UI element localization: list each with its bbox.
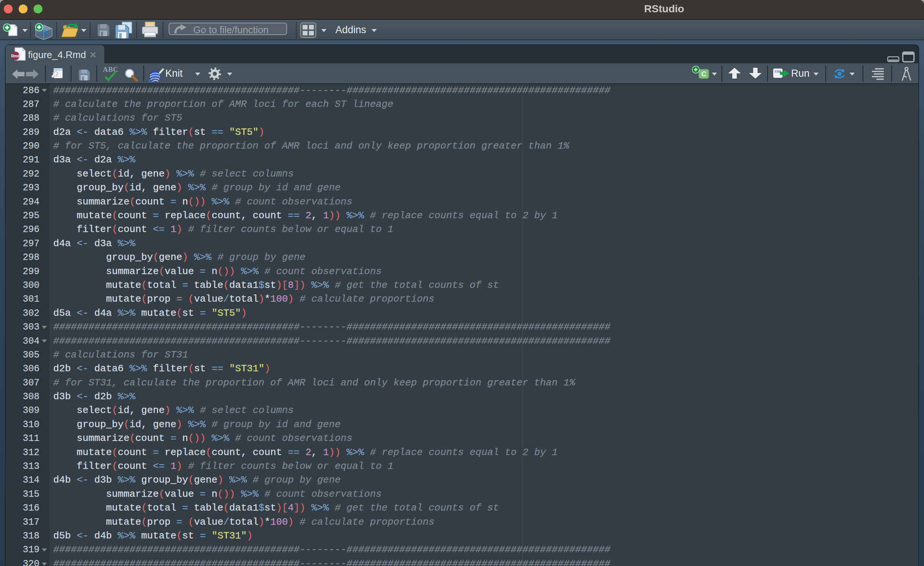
svg-text:C: C [701,70,706,78]
svg-text:Rmd: Rmd [11,54,20,58]
